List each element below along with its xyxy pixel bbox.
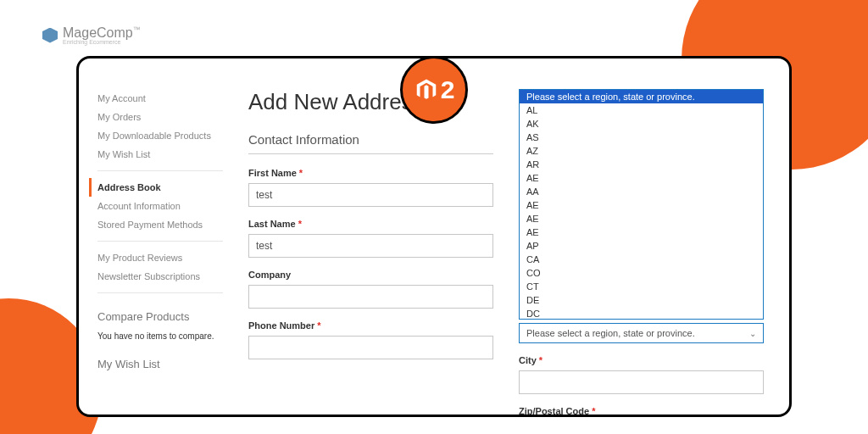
sidebar-item-wish-list[interactable]: My Wish List	[97, 145, 223, 164]
sidebar-item-my-orders[interactable]: My Orders	[97, 108, 223, 126]
company-input[interactable]	[248, 285, 493, 309]
region-option[interactable]: AA	[520, 185, 763, 198]
logo-tagline: Enriching Ecommerce	[63, 39, 141, 45]
address-column: Please select a region, state or provinc…	[519, 89, 764, 415]
region-option[interactable]: AR	[520, 158, 763, 171]
first-name-label: First Name*	[248, 168, 493, 178]
region-option[interactable]: CT	[520, 280, 763, 293]
magento-icon	[414, 77, 439, 103]
contact-section-title: Contact Information	[248, 132, 493, 154]
region-option[interactable]: AZ	[520, 144, 763, 158]
wishlist-widget-title: My Wish List	[97, 358, 223, 370]
region-option[interactable]: AS	[520, 131, 763, 144]
region-option[interactable]: AP	[520, 239, 763, 253]
last-name-label: Last Name*	[248, 219, 493, 229]
region-listbox[interactable]: Please select a region, state or provinc…	[519, 89, 764, 320]
sidebar-item-newsletter[interactable]: Newsletter Subscriptions	[97, 267, 223, 286]
region-option[interactable]: AE	[520, 171, 763, 185]
zip-label: Zip/Postal Code*	[519, 406, 764, 416]
city-label: City*	[519, 355, 764, 365]
compare-widget-title: Compare Products	[97, 310, 223, 323]
magento2-badge: 2	[400, 56, 468, 124]
sidebar-item-account-info[interactable]: Account Information	[97, 197, 223, 215]
sidebar-item-address-book[interactable]: Address Book	[89, 178, 223, 197]
region-option[interactable]: AE	[520, 225, 763, 239]
region-option[interactable]: AE	[520, 212, 763, 225]
badge-number: 2	[441, 75, 455, 104]
region-option[interactable]: AL	[520, 103, 763, 117]
region-option[interactable]: DC	[520, 307, 763, 320]
account-sidebar: My Account My Orders My Downloadable Pro…	[79, 89, 223, 415]
region-option[interactable]: DE	[520, 293, 763, 307]
sidebar-item-downloadable[interactable]: My Downloadable Products	[97, 126, 223, 145]
region-option-placeholder[interactable]: Please select a region, state or provinc…	[520, 90, 763, 103]
region-select[interactable]: Please select a region, state or provinc…	[519, 323, 764, 343]
sidebar-item-reviews[interactable]: My Product Reviews	[97, 248, 223, 267]
brand-logo: MageComp™ Enriching Ecommerce	[42, 25, 141, 45]
logo-mark-icon	[42, 28, 58, 43]
company-label: Company	[248, 270, 493, 280]
region-option[interactable]: AE	[520, 198, 763, 212]
first-name-input[interactable]	[248, 183, 493, 207]
sidebar-item-my-account[interactable]: My Account	[97, 89, 223, 108]
region-option[interactable]: CO	[520, 266, 763, 280]
city-input[interactable]	[519, 370, 764, 394]
phone-label: Phone Number*	[248, 320, 493, 331]
region-select-value: Please select a region, state or provinc…	[526, 328, 695, 338]
contact-info-column: Add New Address Contact Information Firs…	[248, 89, 493, 415]
phone-input[interactable]	[248, 336, 493, 359]
region-option[interactable]: CA	[520, 253, 763, 266]
sidebar-item-payment-methods[interactable]: Stored Payment Methods	[97, 215, 223, 234]
compare-widget-empty: You have no items to compare.	[97, 331, 223, 341]
last-name-input[interactable]	[248, 234, 493, 258]
chevron-down-icon: ⌄	[749, 329, 756, 338]
logo-brand: MageComp	[63, 25, 133, 40]
region-option[interactable]: AK	[520, 117, 763, 131]
